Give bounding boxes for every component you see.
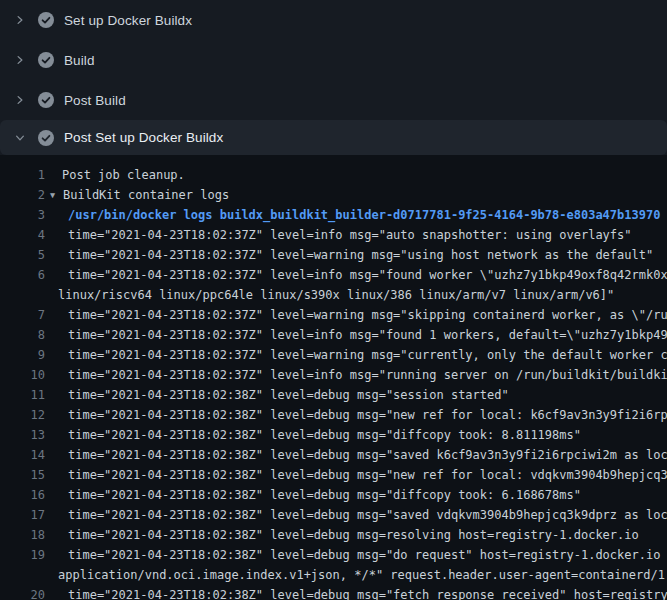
step-row-set-up-docker-buildx[interactable]: Set up Docker Buildx bbox=[0, 0, 667, 40]
log-line: 19time="2021-04-23T18:02:38Z" level=debu… bbox=[0, 545, 667, 565]
log-line: 10time="2021-04-23T18:02:37Z" level=info… bbox=[0, 365, 667, 385]
line-number[interactable]: 16 bbox=[0, 485, 45, 505]
log-line: 12time="2021-04-23T18:02:38Z" level=debu… bbox=[0, 405, 667, 425]
log-line: 8time="2021-04-23T18:02:37Z" level=info … bbox=[0, 325, 667, 345]
line-number[interactable]: 17 bbox=[0, 505, 45, 525]
log-text: time="2021-04-23T18:02:38Z" level=debug … bbox=[45, 505, 667, 525]
check-circle-icon bbox=[38, 92, 54, 108]
chevron-right-icon bbox=[12, 12, 28, 28]
step-label: Post Build bbox=[64, 93, 126, 108]
line-number bbox=[0, 565, 45, 585]
check-circle-icon bbox=[38, 12, 54, 28]
log-line: 3/usr/bin/docker logs buildx_buildkit_bu… bbox=[0, 205, 667, 225]
line-number bbox=[0, 285, 45, 305]
log-text: Post job cleanup. bbox=[45, 165, 185, 185]
line-number[interactable]: 18 bbox=[0, 525, 45, 545]
log-text: time="2021-04-23T18:02:37Z" level=info m… bbox=[45, 325, 667, 345]
step-row-build[interactable]: Build bbox=[0, 40, 667, 80]
log-line: 17time="2021-04-23T18:02:38Z" level=debu… bbox=[0, 505, 667, 525]
line-number[interactable]: 13 bbox=[0, 425, 45, 445]
log-line: 7time="2021-04-23T18:02:37Z" level=warni… bbox=[0, 305, 667, 325]
group-collapse-triangle-icon[interactable]: ▼ bbox=[50, 185, 63, 205]
line-number[interactable]: 12 bbox=[0, 405, 45, 425]
chevron-down-icon bbox=[12, 130, 28, 146]
line-number[interactable]: 19 bbox=[0, 545, 45, 565]
steps-list: Set up Docker Buildx Build Post Build Po… bbox=[0, 0, 667, 155]
line-number[interactable]: 2 bbox=[0, 185, 45, 205]
log-text: time="2021-04-23T18:02:38Z" level=debug … bbox=[45, 585, 667, 600]
log-text: time="2021-04-23T18:02:37Z" level=warnin… bbox=[45, 305, 667, 325]
step-row-post-build[interactable]: Post Build bbox=[0, 80, 667, 120]
log-text: linux/riscv64 linux/ppc64le linux/s390x … bbox=[45, 285, 614, 305]
log-line: 20time="2021-04-23T18:02:38Z" level=debu… bbox=[0, 585, 667, 600]
log-line: 1Post job cleanup. bbox=[0, 165, 667, 185]
check-circle-icon bbox=[38, 130, 54, 146]
log-text: time="2021-04-23T18:02:37Z" level=warnin… bbox=[45, 245, 653, 265]
log-panel: 1Post job cleanup.2▼BuildKit container l… bbox=[0, 155, 667, 600]
chevron-right-icon bbox=[12, 92, 28, 108]
log-line: 18time="2021-04-23T18:02:38Z" level=debu… bbox=[0, 525, 667, 545]
log-text: time="2021-04-23T18:02:37Z" level=info m… bbox=[45, 365, 667, 385]
line-number[interactable]: 20 bbox=[0, 585, 45, 600]
log-line: 5time="2021-04-23T18:02:37Z" level=warni… bbox=[0, 245, 667, 265]
log-line: 13time="2021-04-23T18:02:38Z" level=debu… bbox=[0, 425, 667, 445]
log-text: time="2021-04-23T18:02:38Z" level=debug … bbox=[45, 465, 667, 485]
log-line: 11time="2021-04-23T18:02:38Z" level=debu… bbox=[0, 385, 667, 405]
log-rows: 1Post job cleanup.2▼BuildKit container l… bbox=[0, 165, 667, 600]
line-number[interactable]: 10 bbox=[0, 365, 45, 385]
log-line: 16time="2021-04-23T18:02:38Z" level=debu… bbox=[0, 485, 667, 505]
log-text[interactable]: BuildKit container logs bbox=[63, 185, 229, 205]
step-label: Build bbox=[64, 53, 95, 68]
log-text: time="2021-04-23T18:02:38Z" level=debug … bbox=[45, 525, 639, 545]
line-number[interactable]: 11 bbox=[0, 385, 45, 405]
line-number[interactable]: 1 bbox=[0, 165, 45, 185]
line-number[interactable]: 8 bbox=[0, 325, 45, 345]
log-line: 2▼BuildKit container logs bbox=[0, 185, 667, 205]
log-line: 6time="2021-04-23T18:02:37Z" level=info … bbox=[0, 265, 667, 285]
line-number[interactable]: 14 bbox=[0, 445, 45, 465]
actions-log-viewer: { "steps": { "items": [ { "label": "Set … bbox=[0, 0, 667, 600]
command-text: /usr/bin/docker logs buildx_buildkit_bui… bbox=[45, 205, 660, 225]
log-text: time="2021-04-23T18:02:38Z" level=debug … bbox=[45, 485, 581, 505]
log-line-continuation: linux/riscv64 linux/ppc64le linux/s390x … bbox=[0, 285, 667, 305]
line-number[interactable]: 6 bbox=[0, 265, 45, 285]
log-line: 4time="2021-04-23T18:02:37Z" level=info … bbox=[0, 225, 667, 245]
step-row-post-set-up-docker-buildx[interactable]: Post Set up Docker Buildx bbox=[0, 120, 667, 155]
log-text: time="2021-04-23T18:02:38Z" level=debug … bbox=[45, 405, 667, 425]
log-text: time="2021-04-23T18:02:37Z" level=info m… bbox=[45, 265, 667, 285]
log-line: 15time="2021-04-23T18:02:38Z" level=debu… bbox=[0, 465, 667, 485]
step-label: Set up Docker Buildx bbox=[64, 13, 192, 28]
log-text: application/vnd.oci.image.index.v1+json,… bbox=[45, 565, 667, 585]
log-line: 9time="2021-04-23T18:02:37Z" level=warni… bbox=[0, 345, 667, 365]
log-text: time="2021-04-23T18:02:38Z" level=debug … bbox=[45, 385, 509, 405]
log-line: 14time="2021-04-23T18:02:38Z" level=debu… bbox=[0, 445, 667, 465]
line-number[interactable]: 9 bbox=[0, 345, 45, 365]
line-number[interactable]: 7 bbox=[0, 305, 45, 325]
log-text: time="2021-04-23T18:02:38Z" level=debug … bbox=[45, 545, 667, 565]
chevron-right-icon bbox=[12, 52, 28, 68]
step-label: Post Set up Docker Buildx bbox=[64, 130, 223, 145]
log-text: time="2021-04-23T18:02:37Z" level=warnin… bbox=[45, 345, 667, 365]
log-line-continuation: application/vnd.oci.image.index.v1+json,… bbox=[0, 565, 667, 585]
log-text: time="2021-04-23T18:02:38Z" level=debug … bbox=[45, 425, 581, 445]
log-text: time="2021-04-23T18:02:38Z" level=debug … bbox=[45, 445, 667, 465]
log-text: time="2021-04-23T18:02:37Z" level=info m… bbox=[45, 225, 632, 245]
line-number[interactable]: 3 bbox=[0, 205, 45, 225]
line-number[interactable]: 5 bbox=[0, 245, 45, 265]
line-number[interactable]: 4 bbox=[0, 225, 45, 245]
check-circle-icon bbox=[38, 52, 54, 68]
line-number[interactable]: 15 bbox=[0, 465, 45, 485]
